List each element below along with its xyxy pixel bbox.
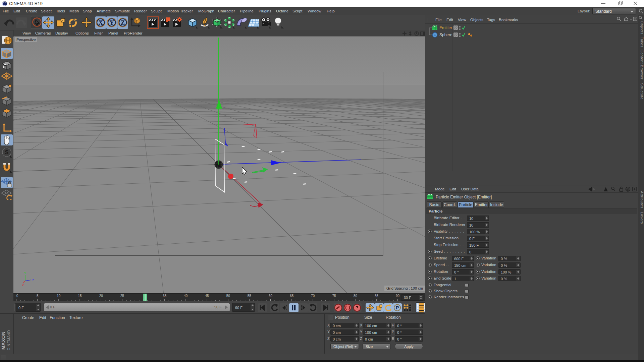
svg-text:25: 25 — [120, 294, 124, 298]
svg-text:55: 55 — [248, 294, 252, 298]
svg-text:75: 75 — [332, 294, 336, 298]
svg-text:45: 45 — [205, 294, 209, 298]
svg-text:70: 70 — [311, 294, 315, 298]
svg-text:Y: Y — [109, 19, 114, 26]
svg-text:80: 80 — [354, 294, 358, 298]
svg-text:0: 0 — [16, 294, 18, 298]
svg-text:65: 65 — [290, 294, 294, 298]
svg-text:Z: Z — [121, 19, 125, 26]
svg-text:40: 40 — [184, 294, 188, 298]
svg-text:35: 35 — [163, 294, 167, 298]
svg-text:50: 50 — [226, 294, 230, 298]
svg-text:5: 5 — [37, 294, 39, 298]
svg-text:85: 85 — [375, 294, 379, 298]
svg-text:S: S — [5, 149, 9, 155]
svg-text:60: 60 — [269, 294, 273, 298]
svg-text:90: 90 — [396, 294, 400, 298]
svg-text:X: X — [98, 19, 103, 26]
svg-text:20: 20 — [99, 294, 103, 298]
svg-text:P: P — [396, 305, 399, 310]
svg-text:?: ? — [356, 305, 359, 310]
svg-text:15: 15 — [78, 294, 82, 298]
svg-text:10: 10 — [57, 294, 61, 298]
